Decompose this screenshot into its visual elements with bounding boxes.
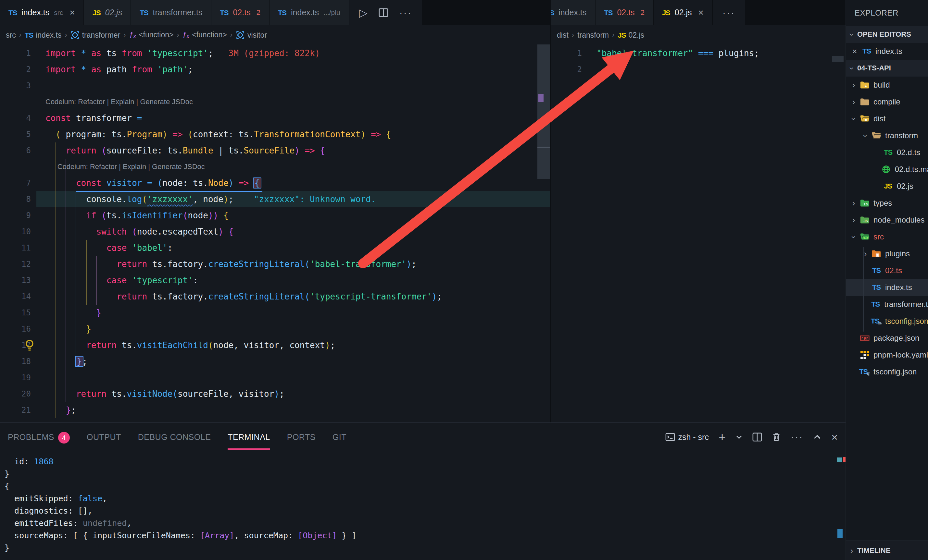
- close-icon[interactable]: ×: [698, 8, 704, 18]
- tab-description: .../plu: [324, 9, 340, 17]
- tab-g2-index.ts[interactable]: TSindex.ts: [551, 0, 595, 25]
- panel-tab-output[interactable]: OUTPUT: [87, 423, 121, 451]
- split-editor-button[interactable]: [379, 8, 388, 18]
- folder-plugins-icon: ▣: [871, 249, 882, 258]
- tree-item-compile[interactable]: ›compile: [846, 93, 928, 110]
- code-line: return ts.visitEachChild(node, visitor, …: [46, 337, 550, 353]
- terminal-dropdown-button[interactable]: [736, 434, 743, 441]
- breadcrumb-item[interactable]: TSindex.ts: [25, 31, 61, 40]
- tree-item-transform[interactable]: ›transform: [846, 127, 928, 144]
- tab-label: transformer.ts: [153, 8, 203, 17]
- tree-item-label: 02.d.ts: [897, 148, 920, 157]
- folder-build-icon: ▲: [859, 81, 870, 90]
- line-number: 22: [0, 418, 31, 422]
- tab-g1-index.ts[interactable]: TSindex.tssrc×: [0, 0, 84, 25]
- close-icon[interactable]: ×: [848, 46, 861, 56]
- tab-g1-02.ts[interactable]: TS02.ts2: [211, 0, 269, 25]
- tab-label: 02.ts: [233, 8, 250, 17]
- tree-item-build[interactable]: ›▲build: [846, 76, 928, 93]
- line-number: 2: [551, 61, 582, 78]
- terminal-output[interactable]: id: 1868}{ emitSkipped: false, diagnosti…: [5, 455, 823, 554]
- line-number: 15: [0, 305, 31, 321]
- panel-tab-terminal[interactable]: TERMINAL: [227, 423, 270, 451]
- code-line: (_program: ts.Program) => (context: ts.T…: [46, 126, 550, 142]
- chevron-right-icon[interactable]: ›: [848, 80, 859, 90]
- panel-tab-ports[interactable]: PORTS: [287, 423, 316, 451]
- line-number: 1: [551, 45, 582, 61]
- folder-types-icon: TS: [859, 199, 870, 208]
- tree-item-tsconfig.json[interactable]: TStsconfig.json: [846, 313, 928, 330]
- timeline-section[interactable]: › TIMELINE: [846, 540, 928, 560]
- new-terminal-button[interactable]: +: [719, 430, 726, 444]
- breadcrumb-item[interactable]: visitor: [236, 30, 267, 40]
- breadcrumb-item[interactable]: ƒx<function>: [129, 30, 174, 40]
- tree-item-dist[interactable]: ›■dist: [846, 110, 928, 127]
- tree-item-pnpm-lock.yaml[interactable]: pnpm-lock.yaml: [846, 347, 928, 364]
- chevron-down-icon: ›: [847, 29, 857, 40]
- breadcrumb-item[interactable]: transform: [577, 31, 609, 40]
- editor-scrollbar[interactable]: [537, 44, 550, 179]
- chevron-down-icon[interactable]: ›: [861, 130, 870, 141]
- breadcrumb-item[interactable]: transformer: [70, 30, 121, 40]
- tab-g1-02.js[interactable]: JS02.js: [84, 0, 131, 25]
- tree-item-types[interactable]: ›TStypes: [846, 195, 928, 212]
- panel-tab-label: DEBUG CONSOLE: [138, 432, 211, 441]
- chevron-right-icon[interactable]: ›: [860, 249, 871, 259]
- code-line: return ts.factory.createStringLiteral('t…: [46, 288, 550, 305]
- breadcrumb-item[interactable]: dist: [557, 31, 569, 40]
- lightbulb-icon[interactable]: [24, 339, 35, 352]
- editor-scrollbar[interactable]: [832, 56, 844, 62]
- file-type-icon: JS: [93, 8, 101, 17]
- breadcrumb-separator-icon: ›: [124, 31, 126, 39]
- file-type-icon: TS: [551, 8, 554, 17]
- kill-terminal-button[interactable]: [772, 432, 781, 442]
- tab-g2-02.js[interactable]: JS02.js×: [653, 0, 712, 25]
- tab-bar-filler: [745, 0, 846, 25]
- chevron-right-icon[interactable]: ›: [848, 97, 859, 107]
- run-button[interactable]: ▷: [359, 6, 368, 19]
- tree-item-tsconfig.json[interactable]: TStsconfig.json: [846, 364, 928, 380]
- chevron-down-icon[interactable]: ›: [849, 113, 859, 124]
- terminal-title[interactable]: zsh - src: [665, 432, 709, 442]
- chevron-right-icon[interactable]: ›: [848, 215, 859, 225]
- project-section[interactable]: › 04-TS-API: [846, 60, 928, 76]
- breadcrumb-item[interactable]: JS02.js: [618, 31, 644, 40]
- tree-item-02.ts[interactable]: TS02.ts: [846, 262, 928, 279]
- close-panel-button[interactable]: ×: [831, 431, 838, 444]
- codelens: Codeium: Refactor | Explain | Generate J…: [46, 94, 550, 110]
- more-actions-button[interactable]: ···: [399, 7, 412, 18]
- tree-item-node_modules[interactable]: ›JSnode_modules: [846, 212, 928, 228]
- tree-item-label: 02.d.ts.map: [895, 165, 928, 174]
- tab-g2-02.ts[interactable]: TS02.ts2: [595, 0, 653, 25]
- open-editors-list: ×TSindex.ts: [846, 43, 928, 60]
- chevron-down-icon[interactable]: ›: [849, 231, 859, 242]
- breadcrumb-item[interactable]: ƒx<function>: [183, 30, 227, 40]
- tree-item-package.json[interactable]: package.json: [846, 330, 928, 347]
- tree-item-plugins[interactable]: ›▣plugins: [846, 245, 928, 262]
- tree-item-label: tsconfig.json: [885, 317, 928, 326]
- tree-item-label: package.json: [873, 333, 919, 342]
- tab-g1-transformer.ts[interactable]: TStransformer.ts: [131, 0, 211, 25]
- tree-item-index.ts[interactable]: TSindex.ts: [846, 279, 928, 296]
- open-editor-index.ts[interactable]: ×TSindex.ts: [846, 43, 928, 60]
- tab-g1-index.ts[interactable]: TSindex.ts.../plu: [270, 0, 349, 25]
- code-area-right[interactable]: 12 "babel-transformer" === plugins;: [551, 45, 846, 422]
- panel-tab-problems[interactable]: PROBLEMS4: [8, 423, 70, 451]
- maximize-panel-button[interactable]: [813, 433, 821, 441]
- panel-tab-debug-console[interactable]: DEBUG CONSOLE: [138, 423, 211, 451]
- more-actions-button[interactable]: ···: [722, 7, 735, 18]
- split-terminal-button[interactable]: [752, 432, 762, 442]
- tree-item-transformer.ts[interactable]: TStransformer.ts: [846, 296, 928, 313]
- chevron-right-icon[interactable]: ›: [848, 198, 859, 208]
- tree-item-02.d.ts.map[interactable]: 02.d.ts.map: [846, 161, 928, 178]
- breadcrumb-item[interactable]: src: [6, 31, 16, 40]
- tree-item-src[interactable]: ›</>src: [846, 228, 928, 245]
- code-area-left[interactable]: 12345678910111213141516171819202122 impo…: [0, 45, 550, 422]
- panel-tab-git[interactable]: GIT: [333, 423, 346, 451]
- more-actions-button[interactable]: ···: [791, 432, 803, 443]
- tree-item-02.js[interactable]: JS02.js: [846, 178, 928, 195]
- close-icon[interactable]: ×: [69, 8, 75, 18]
- breadcrumb-label: 02.js: [629, 31, 644, 40]
- open-editors-section[interactable]: › OPEN EDITORS: [846, 26, 928, 43]
- tree-item-02.d.ts[interactable]: TS02.d.ts: [846, 144, 928, 161]
